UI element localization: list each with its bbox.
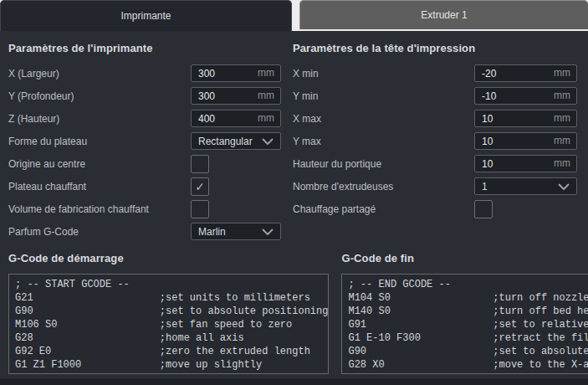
table-row: X max mm: [293, 107, 577, 130]
y-min-input[interactable]: [474, 87, 577, 105]
tab-extruder-1[interactable]: Extruder 1: [299, 0, 588, 29]
printer-settings-section: Paramètres de l'imprimante X (Largeur) m…: [0, 42, 293, 243]
machine-settings-dialog: Imprimante Extruder 1 Paramètres de l'im…: [0, 0, 588, 385]
end-gcode-textarea[interactable]: ; -- END GCODE -- M104 S0 ;turn off nozz…: [341, 274, 588, 374]
chevron-down-icon: [262, 138, 274, 145]
origin-at-center-checkbox[interactable]: [191, 155, 209, 173]
x-min-input[interactable]: [474, 64, 577, 82]
y-min-label: Y min: [293, 90, 474, 102]
gcode-flavor-label: Parfum G-Code: [8, 226, 191, 238]
start-gcode-title: G-Code de démarrage: [8, 252, 329, 266]
table-row: Parfum G-Code Marlin: [8, 220, 281, 243]
shared-heater-checkbox[interactable]: [474, 200, 493, 218]
end-gcode-title: G-Code de fin: [341, 252, 588, 266]
z-height-label: Z (Hauteur): [8, 113, 191, 125]
end-gcode-block: G-Code de fin ; -- END GCODE -- M104 S0 …: [341, 252, 588, 374]
tab-imprimante[interactable]: Imprimante: [0, 0, 292, 31]
table-row: Chauffage partagé: [293, 198, 577, 220]
heated-build-volume-checkbox[interactable]: [191, 200, 209, 218]
heated-build-volume-label: Volume de fabrication chauffant: [8, 203, 191, 215]
gcode-section: G-Code de démarrage ; -- START GCODE -- …: [0, 252, 588, 374]
build-plate-shape-select[interactable]: Rectangular: [191, 132, 281, 150]
tab-imprimante-label: Imprimante: [120, 10, 171, 22]
x-max-input[interactable]: [474, 110, 577, 127]
x-min-label: X min: [293, 68, 474, 80]
table-row: Y min mm: [293, 85, 577, 107]
table-row: Y max mm: [293, 130, 577, 152]
gantry-height-label: Hauteur du portique: [293, 158, 474, 170]
printhead-settings-section: Paramètres de la tête d'impression X min…: [293, 42, 588, 243]
gcode-flavor-value: Marlin: [198, 226, 262, 238]
table-row: X (Largeur) mm: [8, 62, 281, 85]
heated-bed-label: Plateau chauffant: [8, 181, 191, 192]
x-max-label: X max: [293, 113, 474, 125]
start-gcode-block: G-Code de démarrage ; -- START GCODE -- …: [8, 252, 329, 374]
extruder-count-value: 1: [482, 181, 558, 192]
table-row: X min mm: [293, 62, 577, 85]
shared-heater-label: Chauffage partagé: [293, 203, 474, 215]
table-row: Z (Hauteur) mm: [8, 107, 281, 130]
chevron-down-icon: [558, 183, 570, 190]
chevron-down-icon: [262, 228, 274, 235]
y-max-input[interactable]: [474, 132, 577, 150]
table-row: Plateau chauffant ✓: [8, 175, 281, 198]
printhead-settings-title: Paramètres de la tête d'impression: [293, 42, 577, 56]
y-max-label: Y max: [293, 136, 474, 147]
heated-bed-checkbox[interactable]: ✓: [191, 177, 209, 196]
tab-separator: [292, 0, 299, 31]
table-row: Nombre d'extrudeuses 1: [293, 175, 577, 198]
table-row: Origine au centre: [8, 152, 281, 175]
build-plate-shape-label: Forme du plateau: [8, 136, 191, 147]
origin-at-center-label: Origine au centre: [8, 158, 191, 170]
table-row: Volume de fabrication chauffant: [8, 198, 281, 220]
printer-settings-title: Paramètres de l'imprimante: [8, 42, 281, 56]
tab-bar: Imprimante Extruder 1: [0, 0, 588, 31]
gcode-flavor-select[interactable]: Marlin: [191, 223, 281, 240]
table-row: Hauteur du portique mm: [293, 152, 577, 175]
x-width-input[interactable]: [191, 64, 281, 82]
table-row: Y (Profondeur) mm: [8, 85, 281, 107]
tab-extruder-1-label: Extruder 1: [421, 9, 467, 21]
dialog-content: Paramètres de l'imprimante X (Largeur) m…: [0, 31, 588, 374]
x-width-label: X (Largeur): [8, 68, 191, 80]
extruder-count-label: Nombre d'extrudeuses: [293, 181, 474, 192]
build-plate-shape-value: Rectangular: [198, 136, 262, 147]
y-depth-label: Y (Profondeur): [8, 90, 191, 102]
extruder-count-select[interactable]: 1: [474, 177, 577, 195]
y-depth-input[interactable]: [191, 87, 281, 105]
dialog-bottom-edge: [0, 378, 588, 385]
z-height-input[interactable]: [191, 110, 281, 127]
table-row: Forme du plateau Rectangular: [8, 130, 281, 152]
gantry-height-input[interactable]: [474, 155, 577, 172]
start-gcode-textarea[interactable]: ; -- START GCODE -- G21 ;set units to mi…: [8, 274, 329, 374]
